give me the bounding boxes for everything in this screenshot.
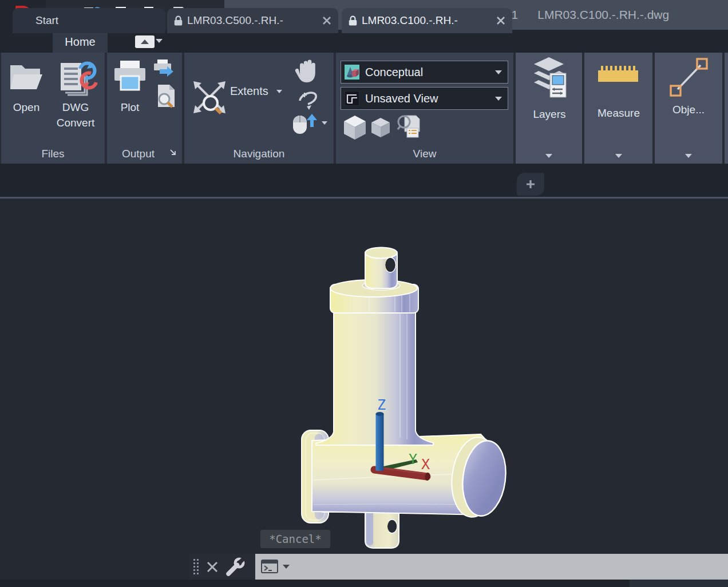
object-label: Obje... bbox=[666, 102, 711, 117]
panel-layers: Layers bbox=[516, 53, 582, 164]
preview-button[interactable] bbox=[155, 84, 176, 111]
dwg-convert-button[interactable]: DWG Convert bbox=[52, 60, 101, 130]
solid-cube-button[interactable] bbox=[343, 114, 367, 143]
close-icon[interactable] bbox=[496, 16, 505, 25]
measure-panel-expander[interactable] bbox=[615, 154, 622, 158]
chevron-down-icon bbox=[495, 97, 502, 101]
panel-view: Conceptual Unsaved View bbox=[336, 53, 513, 164]
ucs-z-axis-bar bbox=[376, 413, 384, 471]
file-tab-doc1[interactable]: LMR03.C500.-.RH.- bbox=[167, 8, 338, 33]
wire-cube-icon bbox=[370, 117, 391, 138]
pan-hand-icon bbox=[294, 57, 318, 84]
chevron-down-icon bbox=[322, 121, 327, 125]
batch-plot-icon bbox=[153, 59, 176, 78]
axis-x-label: X bbox=[421, 456, 430, 473]
measure-label: Measure bbox=[598, 105, 640, 121]
panel-files: Open DWG Convert Files bbox=[1, 53, 105, 164]
ribbon-display-options[interactable] bbox=[156, 39, 163, 43]
visual-style-dropdown[interactable]: Conceptual bbox=[341, 61, 508, 84]
batch-plot-button[interactable] bbox=[153, 59, 176, 81]
open-label: Open bbox=[7, 100, 46, 115]
output-dialog-launcher[interactable] bbox=[169, 149, 177, 159]
zoom-extents-icon bbox=[189, 73, 230, 117]
orbit-icon bbox=[295, 85, 318, 110]
file-tab-doc1-label: LMR03.C500.-.RH.- bbox=[187, 14, 318, 27]
open-button[interactable]: Open bbox=[7, 60, 46, 115]
plot-preview-icon bbox=[155, 84, 176, 109]
tab-home[interactable]: Home bbox=[53, 31, 108, 53]
zoom-realtime-button[interactable] bbox=[292, 111, 327, 135]
command-bar-wrench-icon[interactable] bbox=[225, 557, 246, 577]
panel-navigation-label: Navigation bbox=[184, 148, 334, 160]
zoom-mode-dropdown[interactable]: Extents bbox=[230, 85, 282, 98]
current-view-dropdown[interactable]: Unsaved View bbox=[341, 87, 508, 110]
panel-view-label: View bbox=[336, 148, 513, 160]
orbit-button[interactable] bbox=[295, 85, 318, 112]
chevron-down-icon bbox=[276, 90, 282, 93]
panel-output-label: Output bbox=[107, 148, 169, 160]
object-button[interactable]: Obje... bbox=[666, 55, 711, 117]
object-line-icon bbox=[666, 55, 711, 100]
ribbon: Open DWG Convert Files bbox=[0, 53, 728, 164]
axis-z-label: Z bbox=[377, 396, 386, 413]
file-tab-start[interactable]: Start bbox=[13, 8, 165, 33]
3d-model-viewport: Z Y X bbox=[0, 199, 728, 587]
ribbon-collapse-button[interactable] bbox=[135, 35, 155, 48]
plot-label: Plot bbox=[112, 100, 148, 115]
zoom-mode-label: Extents bbox=[230, 85, 268, 98]
pan-button[interactable] bbox=[294, 57, 318, 86]
panel-output: Plot Output bbox=[107, 53, 182, 164]
file-tab-doc2-label: LMR03.C100.-.RH.- bbox=[362, 14, 492, 27]
close-icon[interactable] bbox=[322, 16, 331, 25]
layers-panel-expander[interactable] bbox=[545, 154, 552, 158]
plus-icon bbox=[525, 179, 536, 189]
axis-y-label: Y bbox=[409, 451, 417, 467]
panel-object: Obje... bbox=[655, 53, 722, 164]
dwg-convert-label: DWG Convert bbox=[52, 100, 100, 130]
layers-button[interactable]: Layers bbox=[531, 55, 568, 122]
named-views-icon bbox=[397, 113, 421, 140]
object-panel-expander[interactable] bbox=[685, 154, 692, 158]
chevron-down-icon bbox=[495, 70, 502, 74]
file-tab-doc2-active[interactable]: LMR03.C100.-.RH.- bbox=[342, 8, 512, 33]
dialog-launcher-icon bbox=[169, 149, 177, 157]
plot-icon bbox=[112, 60, 148, 97]
measure-button[interactable]: Measure bbox=[598, 65, 640, 121]
chevron-down-icon bbox=[685, 154, 692, 158]
panel-files-label: Files bbox=[1, 148, 105, 160]
drawing-canvas[interactable]: Z Y X bbox=[0, 199, 728, 587]
command-bar-drag-handle[interactable] bbox=[193, 559, 199, 574]
layers-icon bbox=[531, 55, 568, 104]
named-views-button[interactable] bbox=[397, 113, 421, 142]
close-command-bar-icon[interactable] bbox=[205, 560, 219, 574]
file-tab-bar bbox=[0, 164, 728, 197]
status-bar bbox=[0, 580, 728, 587]
plot-button[interactable]: Plot bbox=[112, 60, 148, 115]
document-title: LMR03.C100.-.RH.-.dwg bbox=[537, 8, 669, 22]
status-bar-segment bbox=[630, 580, 728, 587]
open-folder-icon bbox=[7, 60, 43, 97]
command-prompt-echo: *Cancel* bbox=[260, 530, 330, 548]
lock-icon bbox=[174, 15, 183, 26]
wire-cube-button[interactable] bbox=[370, 117, 391, 141]
zoom-mouse-icon bbox=[292, 111, 317, 135]
recent-commands-chevron[interactable] bbox=[283, 565, 290, 569]
command-input-bar[interactable] bbox=[255, 554, 728, 580]
measure-ruler-icon bbox=[598, 65, 640, 82]
file-tab-start-label: Start bbox=[35, 14, 58, 27]
chevron-up-icon bbox=[141, 39, 149, 44]
current-view-icon bbox=[345, 91, 359, 106]
panel-navigation: Extents bbox=[184, 53, 334, 164]
chevron-down-icon bbox=[545, 154, 552, 158]
current-view-value: Unsaved View bbox=[365, 92, 495, 105]
zoom-extents-button[interactable] bbox=[189, 73, 230, 119]
new-tab-button[interactable] bbox=[517, 173, 544, 196]
command-prompt-icon[interactable] bbox=[261, 560, 278, 574]
chevron-down-icon bbox=[615, 154, 622, 158]
ribbon-tab-row bbox=[0, 30, 728, 53]
layers-label: Layers bbox=[531, 106, 568, 122]
chevron-down-icon bbox=[156, 39, 163, 43]
dwg-convert-icon bbox=[53, 60, 101, 97]
visual-style-value: Conceptual bbox=[365, 66, 495, 79]
command-bar-controls bbox=[189, 554, 255, 580]
